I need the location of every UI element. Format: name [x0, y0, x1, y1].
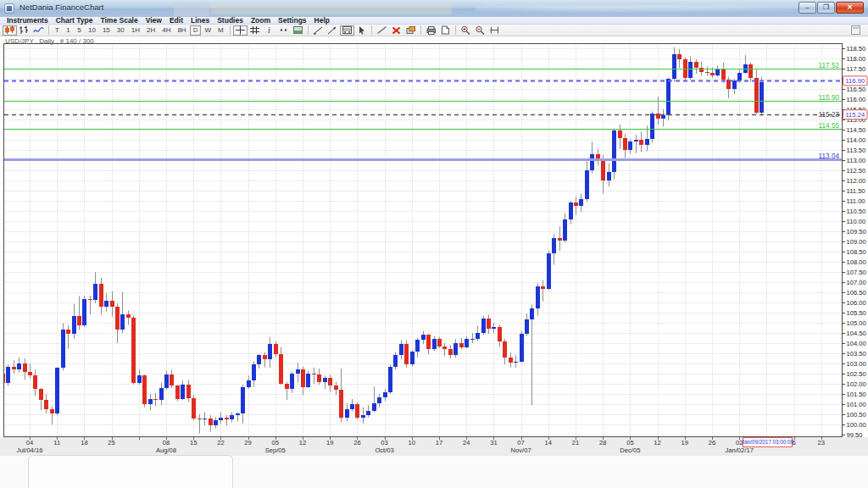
- price-tick-label: 118.50: [847, 45, 866, 53]
- timeframe-2h[interactable]: 2H: [143, 25, 159, 36]
- timeframe-w[interactable]: W: [201, 25, 214, 36]
- menu-time-scale[interactable]: Time Scale: [100, 16, 137, 25]
- menu-lines[interactable]: Lines: [191, 16, 209, 25]
- ohlc-bars-icon[interactable]: [17, 25, 31, 36]
- title-bar[interactable]: NetDania FinanceChart – ❐ ✕: [0, 0, 868, 18]
- price-tick-label: 113.50: [847, 147, 866, 154]
- price-tick-label: 110.00: [847, 218, 866, 225]
- candle: [61, 323, 65, 370]
- timeframe-5[interactable]: 5: [74, 25, 85, 36]
- price-tick-label: 108.50: [847, 248, 866, 256]
- dots-icon[interactable]: [276, 25, 291, 36]
- fib-retracement-icon[interactable]: [340, 25, 354, 36]
- trendline-icon[interactable]: [311, 25, 326, 36]
- date-tick-label: 26: [353, 439, 360, 446]
- timeframe-8h[interactable]: 8H: [174, 25, 189, 36]
- month-tick-label: Sep/05: [265, 446, 286, 454]
- delete-icon[interactable]: [389, 25, 403, 36]
- price-tick-label: 103.50: [847, 350, 866, 358]
- crosshair-icon[interactable]: [233, 25, 248, 36]
- axis-price-box: 115.24: [843, 110, 868, 119]
- axis-price-box: 116.90: [843, 76, 868, 86]
- candlestick-icon[interactable]: [3, 25, 17, 36]
- date-tick-label: 15: [190, 439, 197, 446]
- axis-price-value: 116.90: [845, 77, 865, 85]
- candlestick-chart[interactable]: 117.52115.90115.23114.55113.0499.50100.0…: [0, 0, 868, 488]
- candle: [410, 350, 415, 366]
- timeframe-label: 8H: [175, 26, 187, 34]
- price-tick-label: 102.50: [847, 370, 866, 378]
- price-tick-label: 104.50: [847, 330, 866, 337]
- price-tick-label: 114.50: [847, 126, 866, 134]
- timeframe-30[interactable]: 30: [114, 25, 128, 36]
- candle: [175, 385, 180, 401]
- timeframe-m[interactable]: M: [214, 25, 227, 36]
- timeframe-d[interactable]: D: [190, 25, 202, 36]
- date-tick-label: 14: [545, 439, 552, 446]
- menu-help[interactable]: Help: [314, 16, 330, 25]
- date-tick-label: 11: [53, 439, 60, 446]
- draw-line-icon[interactable]: [375, 25, 389, 36]
- price-tick-label: 108.00: [847, 258, 866, 266]
- menu-instruments[interactable]: Instruments: [7, 16, 48, 25]
- timeframe-t[interactable]: T: [52, 25, 63, 36]
- menu-zoom[interactable]: Zoom: [251, 16, 270, 25]
- date-tick-label: 31: [490, 439, 497, 446]
- timeframe-label: 4H: [160, 26, 172, 34]
- price-tick-label: 114.00: [847, 136, 866, 144]
- timeframe-4h[interactable]: 4H: [159, 25, 174, 36]
- price-line-label: 113.04: [819, 152, 840, 160]
- candle: [388, 364, 392, 394]
- timeframe-label: D: [192, 26, 200, 34]
- toolbar-separator: [371, 25, 372, 35]
- candle: [760, 77, 764, 116]
- page-preview-icon[interactable]: [438, 25, 453, 36]
- price-tick-label: 107.00: [847, 279, 866, 286]
- date-tick-label: 22: [217, 439, 224, 446]
- date-tick-label: 25: [108, 439, 114, 446]
- price-tick-label: 107.50: [847, 269, 866, 276]
- timeframe-1h[interactable]: 1H: [128, 25, 143, 36]
- close-button[interactable]: ✕: [836, 2, 864, 14]
- snapshot-icon[interactable]: [291, 25, 305, 36]
- month-tick-label: Jul/04/16: [17, 446, 43, 454]
- price-tick-label: 101.00: [847, 401, 866, 408]
- date-tick-label: 29: [244, 439, 251, 446]
- info-icon[interactable]: i: [262, 25, 276, 36]
- price-tick-label: 105.00: [847, 319, 866, 327]
- menu-edit[interactable]: Edit: [170, 16, 183, 25]
- toolbar: T151015301H2H4H8HDWMi: [0, 25, 868, 36]
- window-controls: – ❐ ✕: [798, 2, 864, 14]
- price-tick-label: 117.50: [847, 65, 866, 73]
- menu-settings[interactable]: Settings: [278, 16, 307, 25]
- line-chart-icon[interactable]: [31, 25, 46, 36]
- menu-view[interactable]: View: [146, 16, 162, 25]
- price-tick-label: 105.50: [847, 309, 866, 317]
- grid-icon[interactable]: [248, 25, 262, 36]
- zoom-in-icon[interactable]: [459, 25, 473, 36]
- pointer-icon[interactable]: [354, 25, 369, 36]
- panel-layout-icon[interactable]: [851, 25, 860, 35]
- timeframe-10[interactable]: 10: [85, 25, 99, 36]
- price-line-label: 115.23: [819, 111, 840, 119]
- price-axis: 99.50100.00100.50101.00101.50102.00102.5…: [843, 45, 866, 439]
- zoom-out-icon[interactable]: [473, 25, 487, 36]
- plot-area[interactable]: [4, 44, 843, 437]
- timeframe-15[interactable]: 15: [99, 25, 114, 36]
- toolbar-separator: [48, 25, 49, 35]
- layers-icon[interactable]: [403, 25, 418, 36]
- menu-studies[interactable]: Studies: [217, 16, 243, 25]
- minimize-button[interactable]: –: [798, 2, 816, 14]
- month-tick-label: Aug/08: [156, 446, 176, 454]
- menu-chart-type[interactable]: Chart Type: [56, 16, 93, 25]
- timeframe-label: 30: [115, 26, 126, 34]
- candle: [612, 129, 616, 180]
- timeframe-1[interactable]: 1: [63, 25, 74, 36]
- date-tick-label: 21: [572, 439, 579, 446]
- print-icon[interactable]: [424, 25, 438, 36]
- restore-button[interactable]: ❐: [817, 2, 835, 14]
- trendline-arrow-icon[interactable]: [326, 25, 340, 36]
- date-tick-label: 10: [409, 439, 415, 446]
- axis-price-value: 115.24: [845, 111, 865, 119]
- timespan-icon[interactable]: [487, 25, 502, 36]
